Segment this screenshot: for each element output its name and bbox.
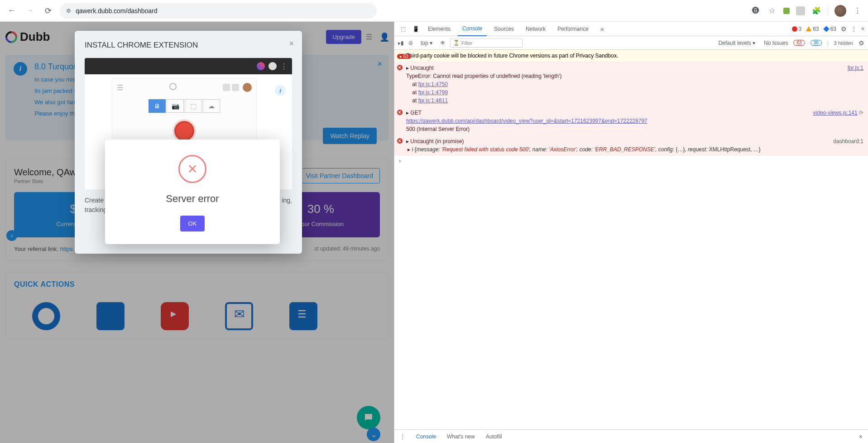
extension-popup: ☰ 🖥 📷 ⬚ ☁ <box>112 78 257 146</box>
clear-console-icon[interactable]: ⊘ <box>408 40 413 46</box>
dubb-mini-logo-icon <box>169 83 177 90</box>
error-icon <box>397 65 403 70</box>
drawer-menu-icon[interactable]: ⋮ <box>400 433 405 440</box>
user-avatar-icon <box>243 83 252 92</box>
mode-screen-icon[interactable]: 🖥 <box>149 99 166 113</box>
site-info-icon[interactable]: ⚙ <box>66 8 71 14</box>
ok-button[interactable]: OK <box>180 216 205 231</box>
log-message: 500 (Internal Server Error) <box>406 126 470 132</box>
info-icon[interactable]: i <box>275 85 286 96</box>
nav-back[interactable]: ← <box>5 5 18 17</box>
error-icon <box>397 110 403 115</box>
expand-icon[interactable]: ▸ <box>408 146 410 153</box>
drawer-tab-whatsnew[interactable]: What's new <box>447 433 475 440</box>
console-settings-icon[interactable]: ⚙ <box>858 39 864 47</box>
url-bar[interactable]: ⚙ qawerk.dubb.com/dashboard <box>60 3 377 19</box>
tab-more[interactable]: » <box>596 22 609 36</box>
error-title: Server error <box>114 193 271 205</box>
warning-count[interactable]: 63 <box>806 26 819 32</box>
log-message: TypeError: Cannot read properties of und… <box>406 73 561 79</box>
info-count[interactable]: 63 <box>824 26 836 32</box>
hamburger-icon: ☰ <box>117 83 123 92</box>
stack-link[interactable]: fpr.js:1:4811 <box>418 97 448 104</box>
error-icon <box>397 138 403 144</box>
close-devtools-icon[interactable]: × <box>861 26 864 32</box>
source-link[interactable]: video-views.js:141 <box>813 110 858 116</box>
tab-performance[interactable]: Performance <box>553 22 593 36</box>
log-row-error[interactable]: dashboard:1 ▸ Uncaught (in promise) ▸ i … <box>394 135 868 156</box>
log-row-error[interactable]: fpr.js:1 ▸ Uncaught TypeError: Cannot re… <box>394 62 868 107</box>
drawer-tab-console[interactable]: Console <box>416 433 436 440</box>
ext-icon <box>257 62 265 70</box>
issue-count[interactable]: 38 <box>810 40 822 46</box>
drawer-tab-autofill[interactable]: Autofill <box>486 433 502 440</box>
filter-input[interactable]: ⏳ Filter <box>450 39 523 48</box>
devtools-panel: ⬚ 📱 Elements Console Sources Network Per… <box>394 22 868 443</box>
ext-icon <box>269 62 277 70</box>
source-link[interactable]: fpr.js:1 <box>848 65 863 71</box>
expand-icon[interactable]: ▸ <box>406 138 409 144</box>
log-row-error[interactable]: video-views.js:141 ⟳ ▸ GET https://qawer… <box>394 107 868 135</box>
log-row-warning[interactable]: ▸ 63 Third-party cookie will be blocked … <box>394 50 868 62</box>
toggle-sidebar-icon[interactable]: ▸▮ <box>398 40 404 46</box>
divider <box>828 6 828 15</box>
filter-icon: ⏳ <box>453 40 460 46</box>
grid-icon <box>232 84 239 91</box>
tab-console[interactable]: Console <box>458 22 487 36</box>
kebab-icon[interactable]: ⋮ <box>851 26 857 32</box>
devtools-drawer: ⋮ Console What's new Autofill × <box>394 429 868 443</box>
tab-elements[interactable]: Elements <box>423 22 455 36</box>
devtools-tabs: ⬚ 📱 Elements Console Sources Network Per… <box>394 22 868 36</box>
mode-window-icon[interactable]: ⬚ <box>185 99 202 113</box>
profile-avatar[interactable] <box>834 5 846 17</box>
modal-desc-tail: ing, <box>282 196 292 205</box>
source-link[interactable]: dashboard:1 <box>833 137 863 145</box>
error-count[interactable]: 3 <box>792 26 802 32</box>
log-message: Third-party cookie will be blocked in fu… <box>406 53 618 59</box>
modal-close-icon[interactable]: × <box>289 39 294 48</box>
translate-icon[interactable]: 🅖 <box>751 6 761 16</box>
hidden-count: 3 hidden <box>834 40 853 46</box>
context-selector[interactable]: top ▾ <box>417 39 436 48</box>
page-content: Dubb Upgrade ☰ 👤 i × 8.0 Turquois In cas… <box>0 22 394 443</box>
log-levels-selector[interactable]: Default levels ▾ <box>715 39 758 48</box>
console-prompt[interactable]: › <box>394 156 868 166</box>
request-url[interactable]: https://qawerk.dubb.com/api/dashboard/vi… <box>406 118 647 124</box>
bookmark-icon[interactable]: ☆ <box>767 6 777 16</box>
record-button-icon[interactable] <box>174 121 194 141</box>
log-object[interactable]: i {message: 'Request failed with status … <box>412 146 761 153</box>
browser-tab-bar: ⋮ <box>85 58 292 74</box>
reload-icon[interactable]: ⟳ <box>859 110 863 116</box>
console-toolbar: ▸▮ ⊘ top ▾ 👁 ⏳ Filter Default levels ▾ N… <box>394 36 868 50</box>
issue-count[interactable]: 63 <box>793 40 805 46</box>
server-error-modal: × Server error OK <box>105 140 280 244</box>
tab-network[interactable]: Network <box>521 22 550 36</box>
error-icon: × <box>178 155 206 183</box>
expand-icon[interactable]: ▸ <box>406 65 409 71</box>
stack-link[interactable]: fpr.js:1:4799 <box>418 89 448 96</box>
tab-sources[interactable]: Sources <box>489 22 518 36</box>
url-text: qawerk.dubb.com/dashboard <box>76 7 158 14</box>
kebab-icon: ⋮ <box>280 62 288 71</box>
mode-camera-icon[interactable]: 📷 <box>167 99 184 113</box>
extension-2-icon[interactable] <box>796 6 805 15</box>
nav-reload[interactable]: ⟳ <box>42 5 54 17</box>
device-toggle-icon[interactable]: 📱 <box>411 24 421 34</box>
live-expression-icon[interactable]: 👁 <box>440 40 446 46</box>
repeat-count: ▸ 63 <box>397 54 411 59</box>
stack-link[interactable]: fpr.js:1:4750 <box>418 81 448 87</box>
browser-chrome: ← → ⟳ ⚙ qawerk.dubb.com/dashboard 🅖 ☆ 🧩 … <box>0 0 868 22</box>
extensions-icon[interactable]: 🧩 <box>811 6 821 16</box>
inspect-icon[interactable]: ⬚ <box>398 24 408 34</box>
grid-icon <box>223 84 230 91</box>
mode-cloud-icon[interactable]: ☁ <box>203 99 220 113</box>
modal-title: INSTALL CHROME EXTENSION <box>85 41 292 50</box>
console-log: ▸ 63 Third-party cookie will be blocked … <box>394 50 868 429</box>
nav-forward[interactable]: → <box>24 5 36 17</box>
chrome-menu-icon[interactable]: ⋮ <box>853 6 863 16</box>
drawer-close-icon[interactable]: × <box>859 433 863 440</box>
expand-icon[interactable]: ▸ <box>406 110 409 116</box>
no-issues-label: No Issues <box>764 40 788 46</box>
extension-1-icon[interactable] <box>783 8 790 14</box>
settings-icon[interactable]: ⚙ <box>841 25 847 33</box>
